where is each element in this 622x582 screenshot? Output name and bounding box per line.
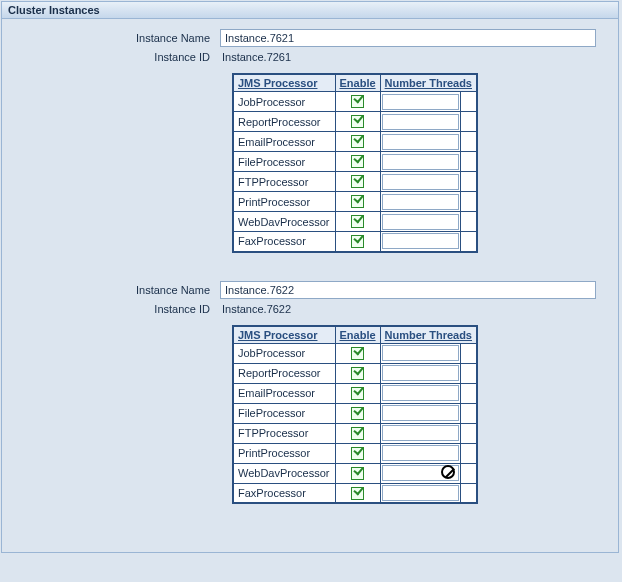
table-row: ReportProcessor [233,112,477,132]
processor-name-cell: ReportProcessor [233,112,335,132]
threads-input[interactable] [382,154,460,170]
enable-checkbox[interactable] [351,387,364,400]
threads-input[interactable] [382,365,460,381]
threads-cell [380,112,461,132]
threads-input[interactable] [382,345,460,361]
table-row: ReportProcessor [233,363,477,383]
jms-processor-header[interactable]: JMS Processor [233,74,335,92]
enable-checkbox[interactable] [351,367,364,380]
threads-input[interactable] [382,194,460,210]
threads-cell [380,172,461,192]
processor-name-cell: JobProcessor [233,343,335,363]
threads-input[interactable] [382,425,460,441]
processor-table-wrap: JMS ProcessorEnableNumber ThreadsJobProc… [232,325,610,505]
instance-name-input[interactable] [220,281,596,299]
table-row: FileProcessor [233,403,477,423]
threads-input[interactable] [382,174,460,190]
instance-id-value: Instance.7622 [220,303,610,315]
processor-name-cell: PrintProcessor [233,443,335,463]
instance-name-row: Instance Name [10,29,610,47]
spare-cell [461,383,477,403]
processor-name-cell: JobProcessor [233,92,335,112]
processor-name-cell: FaxProcessor [233,483,335,503]
processor-table-wrap: JMS ProcessorEnableNumber ThreadsJobProc… [232,73,610,253]
enable-checkbox[interactable] [351,447,364,460]
enable-checkbox[interactable] [351,155,364,168]
instance-name-label: Instance Name [10,32,220,44]
enable-cell [335,172,380,192]
table-row: PrintProcessor [233,443,477,463]
enable-checkbox[interactable] [351,235,364,248]
enable-cell [335,152,380,172]
threads-cell [380,483,461,503]
instance-block: Instance NameInstance IDInstance.7622JMS… [10,281,610,505]
enable-cell [335,483,380,503]
threads-cell [380,363,461,383]
instance-id-value: Instance.7261 [220,51,610,63]
processor-name-cell: PrintProcessor [233,192,335,212]
spare-cell [461,112,477,132]
threads-input[interactable] [382,445,460,461]
enable-cell [335,383,380,403]
spare-cell [461,92,477,112]
threads-input[interactable] [382,134,460,150]
spare-cell [461,463,477,483]
instance-id-label: Instance ID [10,303,220,315]
threads-cell [380,232,461,252]
enable-checkbox[interactable] [351,487,364,500]
spare-cell [461,363,477,383]
enable-checkbox[interactable] [351,407,364,420]
enable-cell [335,463,380,483]
jms-processor-header[interactable]: JMS Processor [233,326,335,344]
enable-checkbox[interactable] [351,135,364,148]
enable-checkbox[interactable] [351,175,364,188]
threads-cell [380,403,461,423]
spare-cell [461,192,477,212]
instance-id-label: Instance ID [10,51,220,63]
threads-cell [380,463,461,483]
enable-cell [335,232,380,252]
enable-checkbox[interactable] [351,195,364,208]
table-row: FileProcessor [233,152,477,172]
spare-cell [461,132,477,152]
panel-body: Instance NameInstance IDInstance.7261JMS… [2,19,618,552]
threads-input[interactable] [382,94,460,110]
spare-cell [461,343,477,363]
processor-table: JMS ProcessorEnableNumber ThreadsJobProc… [232,325,478,505]
number-threads-header[interactable]: Number Threads [380,326,477,344]
threads-input[interactable] [382,405,460,421]
threads-input[interactable] [382,485,460,501]
enable-cell [335,112,380,132]
instance-name-row: Instance Name [10,281,610,299]
threads-input[interactable] [382,385,460,401]
processor-name-cell: FTPProcessor [233,172,335,192]
threads-input[interactable] [382,114,460,130]
threads-cell [380,212,461,232]
enable-cell [335,403,380,423]
instance-name-input[interactable] [220,29,596,47]
enable-checkbox[interactable] [351,95,364,108]
spare-cell [461,423,477,443]
table-row: FaxProcessor [233,232,477,252]
spare-cell [461,212,477,232]
threads-input[interactable] [382,233,460,249]
spare-cell [461,232,477,252]
table-row: EmailProcessor [233,132,477,152]
threads-cell [380,192,461,212]
enable-cell [335,212,380,232]
threads-input[interactable] [382,465,460,481]
enable-checkbox[interactable] [351,115,364,128]
threads-cell [380,343,461,363]
enable-checkbox[interactable] [351,467,364,480]
enable-header[interactable]: Enable [335,74,380,92]
threads-input[interactable] [382,214,460,230]
enable-checkbox[interactable] [351,427,364,440]
table-row: FTPProcessor [233,172,477,192]
enable-header[interactable]: Enable [335,326,380,344]
enable-checkbox[interactable] [351,215,364,228]
number-threads-header[interactable]: Number Threads [380,74,477,92]
threads-cell [380,443,461,463]
instance-name-label: Instance Name [10,284,220,296]
enable-checkbox[interactable] [351,347,364,360]
threads-cell [380,92,461,112]
